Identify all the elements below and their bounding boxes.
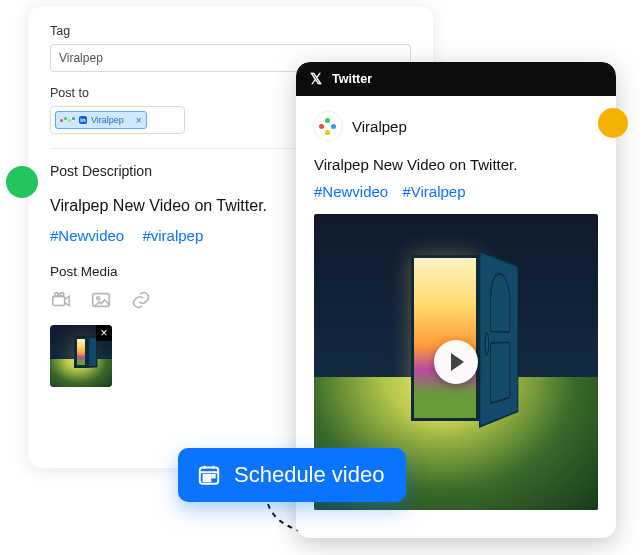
svg-rect-8 (212, 475, 214, 477)
image-upload-icon[interactable] (90, 289, 112, 315)
svg-rect-7 (208, 475, 210, 477)
decorative-circle-green (6, 166, 38, 198)
account-chip[interactable]: in Viralpep × (55, 111, 147, 129)
x-logo-icon: 𝕏 (310, 70, 322, 88)
account-chip-label: Viralpep (91, 115, 124, 125)
hashtag-link[interactable]: #Viralpep (402, 183, 465, 200)
video-upload-icon[interactable] (50, 289, 72, 315)
decorative-circle-yellow (598, 108, 628, 138)
svg-rect-10 (208, 479, 210, 481)
svg-rect-0 (53, 296, 65, 305)
preview-hashtags: #Newvideo #Viralpep (314, 183, 598, 200)
viralpep-logo-icon (314, 112, 342, 140)
calendar-icon (196, 462, 222, 488)
link-icon[interactable] (130, 289, 152, 315)
hashtag-link[interactable]: #Newvideo (314, 183, 388, 200)
preview-header: 𝕏 Twitter (296, 62, 616, 96)
svg-rect-6 (204, 475, 206, 477)
media-thumbnail[interactable]: × (50, 325, 112, 387)
remove-media-icon[interactable]: × (96, 325, 112, 341)
svg-point-1 (55, 293, 59, 297)
tag-label: Tag (50, 24, 411, 38)
hashtag-link[interactable]: #Newvideo (50, 227, 124, 244)
chip-remove-icon[interactable]: × (136, 115, 142, 126)
linkedin-badge-icon: in (79, 116, 87, 124)
preview-account-name: Viralpep (352, 118, 407, 135)
hashtag-link[interactable]: #viralpep (142, 227, 203, 244)
preview-account: Viralpep (314, 112, 598, 140)
preview-platform-label: Twitter (332, 72, 372, 86)
schedule-video-label: Schedule video (234, 462, 384, 488)
svg-point-4 (97, 297, 100, 300)
preview-post-text: Viralpep New Video on Twitter. (314, 156, 598, 173)
post-to-field[interactable]: in Viralpep × (50, 106, 185, 134)
schedule-video-button[interactable]: Schedule video (178, 448, 406, 502)
play-icon[interactable] (434, 340, 478, 384)
viralpep-logo-icon (60, 119, 75, 122)
svg-point-2 (60, 293, 64, 297)
svg-rect-9 (204, 479, 206, 481)
